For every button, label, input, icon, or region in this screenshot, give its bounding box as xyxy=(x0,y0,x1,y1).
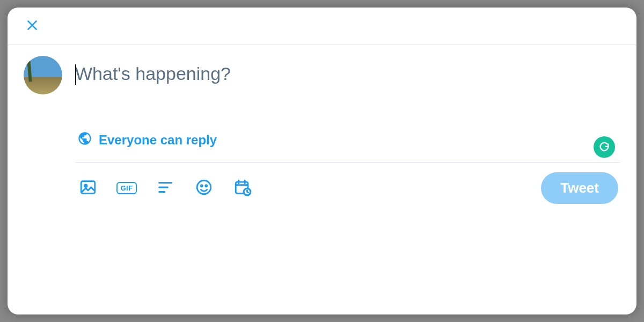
close-button[interactable] xyxy=(23,17,42,36)
emoji-icon xyxy=(195,178,213,199)
schedule-icon xyxy=(233,178,252,199)
schedule-button[interactable] xyxy=(232,178,253,199)
compose-tweet-modal: What's happening? Everyone can reply xyxy=(8,8,636,314)
modal-header xyxy=(8,8,636,45)
gif-icon: GIF xyxy=(116,182,136,194)
image-icon xyxy=(79,178,97,199)
compose-area: What's happening? Everyone can reply xyxy=(8,45,636,314)
svg-point-9 xyxy=(206,185,207,186)
grammarly-badge[interactable] xyxy=(594,136,615,158)
poll-icon xyxy=(156,178,174,199)
add-gif-button[interactable]: GIF xyxy=(116,178,137,199)
globe-icon xyxy=(77,131,92,149)
svg-point-3 xyxy=(84,184,87,187)
avatar[interactable] xyxy=(24,56,62,94)
grammarly-icon xyxy=(598,140,610,154)
svg-point-7 xyxy=(197,180,211,194)
add-poll-button[interactable] xyxy=(155,178,176,199)
close-icon xyxy=(25,18,39,34)
audience-label: Everyone can reply xyxy=(99,133,217,148)
toolbar-left: GIF xyxy=(77,178,253,199)
tweet-button[interactable]: Tweet xyxy=(541,172,618,204)
compose-right-column: What's happening? Everyone can reply xyxy=(75,56,620,314)
compose-toolbar: GIF xyxy=(75,163,620,215)
svg-point-8 xyxy=(201,185,202,186)
audience-selector[interactable]: Everyone can reply xyxy=(75,126,219,162)
add-image-button[interactable] xyxy=(77,178,99,199)
add-emoji-button[interactable] xyxy=(193,178,215,199)
tweet-text-input[interactable]: What's happening? xyxy=(75,56,620,126)
